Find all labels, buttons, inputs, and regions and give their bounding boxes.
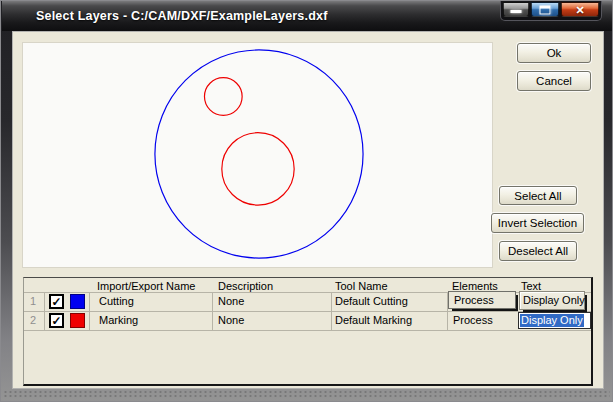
cell-name[interactable]: Cutting [99,292,134,311]
cell-description[interactable]: None [218,292,244,311]
close-button[interactable]: ✕ [561,2,599,17]
cell-elements[interactable]: Process [453,311,493,330]
close-icon: ✕ [562,4,598,17]
checkmark-icon: ✓ [51,316,61,326]
cancel-button[interactable]: Cancel [517,71,591,91]
invert-selection-button[interactable]: Invert Selection [491,213,584,233]
minimize-icon [511,10,522,13]
gridline [212,292,213,331]
dxf-preview-svg [23,43,492,267]
ok-button[interactable]: Ok [517,43,591,63]
minimize-button[interactable] [503,2,529,17]
selected-text: Display Only [520,314,584,327]
maximize-icon [540,5,551,14]
gridline [331,292,332,331]
dxf-preview-canvas [22,42,493,268]
layer-checkbox-cutting[interactable]: ✓ [49,294,64,309]
column-header-tool: Tool Name [335,280,388,292]
deselect-all-button[interactable]: Deselect All [499,241,577,261]
layer-color-swatch-cutting[interactable] [70,294,85,309]
maximize-button[interactable] [531,2,559,17]
select-all-button[interactable]: Select All [499,186,577,205]
cell-text-editbox[interactable]: Display Only [518,312,591,329]
row-number: 2 [24,311,36,330]
cell-name[interactable]: Marking [99,311,138,330]
layer-color-swatch-marking[interactable] [70,313,85,328]
window-frame-texture [3,390,610,398]
layer-checkbox-marking[interactable]: ✓ [49,313,64,328]
cell-description[interactable]: None [218,311,244,330]
column-header-description: Description [218,280,273,292]
checkmark-icon: ✓ [51,297,61,307]
column-header-name: Import/Export Name [97,280,195,292]
layer-table: Import/Export Name Description Tool Name… [23,277,593,386]
cell-tool-name[interactable]: Default Marking [335,311,412,330]
gridline [24,330,591,331]
gridline [44,292,45,331]
window-title: Select Layers - C:/CAM/DXF/ExampleLayers… [36,9,328,23]
row-number: 1 [24,292,36,311]
cell-elements-dropdown[interactable]: Process [448,291,516,309]
cell-text-dropdown[interactable]: Display Only [519,291,585,310]
gridline [89,292,90,331]
caption-button-group: ✕ [500,1,602,21]
cell-tool-name[interactable]: Default Cutting [335,292,408,311]
select-layers-dialog: Select Layers - C:/CAM/DXF/ExampleLayers… [0,0,613,402]
